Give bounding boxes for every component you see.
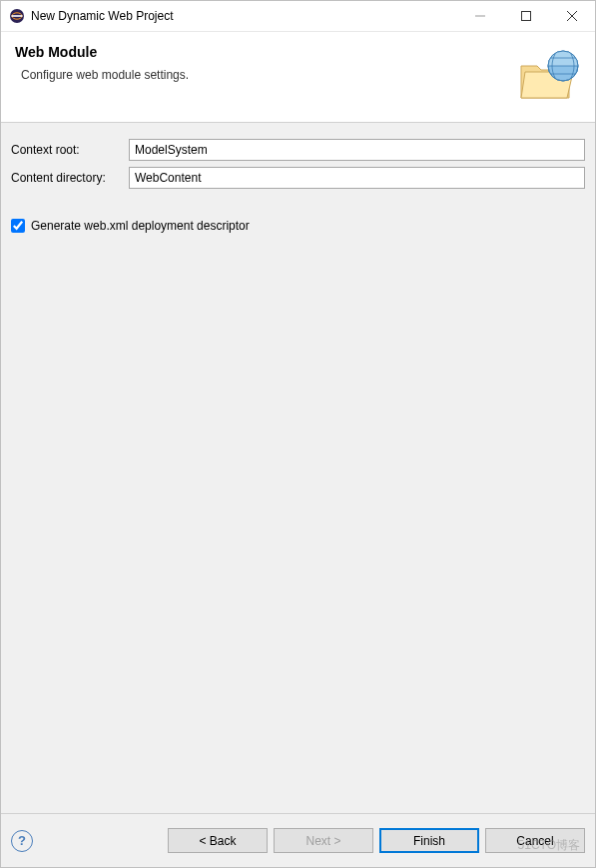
window-title: New Dynamic Web Project	[31, 9, 457, 23]
content-directory-row: Content directory:	[11, 167, 585, 189]
page-subtitle: Configure web module settings.	[15, 68, 509, 82]
next-button: Next >	[274, 828, 373, 853]
minimize-button[interactable]	[457, 1, 503, 31]
content-directory-label: Content directory:	[11, 171, 129, 185]
context-root-label: Context root:	[11, 143, 129, 157]
context-root-row: Context root:	[11, 139, 585, 161]
wizard-footer: ? < Back Next > Finish Cancel	[1, 813, 595, 867]
window-controls	[457, 1, 595, 31]
context-root-input[interactable]	[129, 139, 585, 161]
wizard-content: Context root: Content directory: Generat…	[1, 123, 595, 813]
generate-webxml-checkbox[interactable]	[11, 219, 25, 233]
content-directory-input[interactable]	[129, 167, 585, 189]
svg-rect-2	[12, 15, 23, 17]
back-button[interactable]: < Back	[168, 828, 268, 853]
finish-button[interactable]: Finish	[379, 828, 479, 853]
close-button[interactable]	[549, 1, 595, 31]
page-title: Web Module	[15, 44, 509, 60]
maximize-button[interactable]	[503, 1, 549, 31]
eclipse-icon	[9, 8, 25, 24]
cancel-button[interactable]: Cancel	[485, 828, 585, 853]
web-folder-icon	[517, 44, 581, 108]
svg-rect-4	[522, 12, 531, 21]
titlebar: New Dynamic Web Project	[1, 1, 595, 32]
generate-webxml-label[interactable]: Generate web.xml deployment descriptor	[31, 219, 250, 233]
wizard-header: Web Module Configure web module settings…	[1, 32, 595, 123]
help-icon[interactable]: ?	[11, 830, 33, 852]
generate-webxml-row: Generate web.xml deployment descriptor	[11, 219, 585, 233]
